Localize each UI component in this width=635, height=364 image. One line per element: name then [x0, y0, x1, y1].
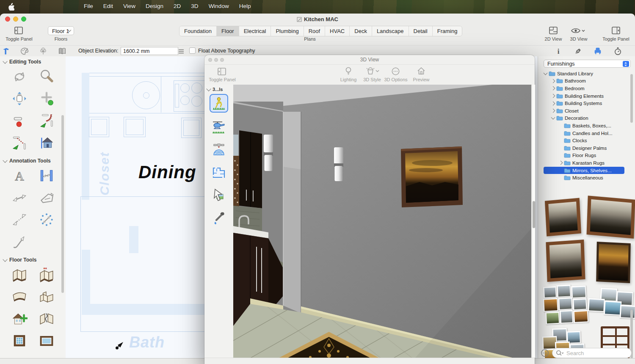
chevron-right-icon[interactable]	[551, 94, 555, 98]
3d-options-button[interactable]	[391, 67, 400, 77]
plan-tab-electrical[interactable]: Electrical	[239, 26, 271, 36]
library-thumbnail-framed-picture-small[interactable]	[545, 198, 581, 236]
chevron-right-icon[interactable]	[551, 101, 555, 105]
menu-item-window[interactable]: Window	[204, 0, 234, 13]
library-category-select[interactable]: Furnishings	[544, 60, 631, 68]
3d-style-button[interactable]	[365, 66, 380, 77]
leader-arrow-tool[interactable]	[11, 233, 28, 250]
stepper-icon[interactable]	[623, 61, 629, 67]
object-elevation-input[interactable]	[121, 47, 178, 55]
3d-vertical-scrollbar[interactable]	[532, 85, 535, 358]
palette-scrollbar[interactable]	[61, 115, 64, 293]
minimize-button[interactable]	[214, 58, 218, 62]
library-tree-item-standard-library[interactable]: Standard Library	[538, 70, 635, 77]
library-tree-item-candles-and-hol[interactable]: Candles and Hol...	[538, 130, 635, 137]
library-tree-item-karastan-rugs[interactable]: Karastan Rugs	[538, 159, 635, 167]
library-tree-item-decoration[interactable]: Decoration	[538, 115, 635, 122]
segment-dimension-tool[interactable]	[11, 211, 28, 228]
walkthrough-tool[interactable]	[210, 94, 228, 113]
apple-logo-icon[interactable]	[8, 3, 14, 11]
library-pen-tab[interactable]	[574, 47, 582, 57]
toggle-panel-left-button[interactable]	[14, 26, 23, 36]
area-dimension-tool[interactable]	[38, 189, 55, 206]
section-floor-tools[interactable]: Floor Tools	[0, 254, 66, 264]
radial-dimension-tool[interactable]	[38, 211, 55, 228]
plan-tab-deck[interactable]: Deck	[350, 26, 372, 36]
add-object-tool[interactable]	[38, 90, 55, 107]
library-thumbnail-photo-collage-grid[interactable]	[542, 284, 589, 327]
menu-item-view[interactable]: View	[118, 0, 141, 13]
library-tree-item-clocks[interactable]: Clocks	[538, 137, 635, 144]
menu-item-design[interactable]: Design	[141, 0, 168, 13]
window-grid-tool[interactable]	[11, 332, 28, 349]
elevation-menu-icon[interactable]	[178, 48, 184, 56]
pan-tool[interactable]	[11, 90, 28, 107]
plan-tab-foundation[interactable]: Foundation	[179, 26, 217, 36]
house-reference-tool[interactable]	[38, 134, 55, 151]
zoom-button[interactable]	[220, 58, 224, 62]
3d-window-titlebar[interactable]: 3D View	[204, 55, 535, 65]
window-tool[interactable]	[38, 332, 55, 349]
tree-scrollbar[interactable]	[630, 74, 633, 123]
library-tree-item-bathroom[interactable]: Bathroom	[538, 77, 635, 85]
curved-wall-tool[interactable]	[11, 288, 28, 305]
preview-button[interactable]	[417, 66, 426, 77]
library-furnishings-tab[interactable]	[594, 47, 602, 57]
line-edit-tool[interactable]	[11, 134, 28, 151]
select-view-tool[interactable]	[210, 186, 228, 205]
plan-tab-hvac[interactable]: HVAC	[325, 26, 350, 36]
materials-palette-tab[interactable]	[20, 47, 29, 57]
plan-view-tool[interactable]	[210, 163, 228, 182]
lighting-button[interactable]	[344, 66, 353, 77]
close-button[interactable]	[208, 58, 212, 62]
3d-view-button[interactable]	[571, 27, 585, 36]
zoom-tool[interactable]	[38, 68, 55, 85]
menu-item-file[interactable]: File	[79, 0, 98, 13]
plan-tab-detail[interactable]: Detail	[409, 26, 433, 36]
search-input[interactable]	[566, 350, 618, 357]
library-info-tab[interactable]: i	[555, 47, 562, 57]
library-thumbnail-framed-picture-square[interactable]	[546, 240, 585, 282]
menu-item-edit[interactable]: Edit	[98, 0, 118, 13]
library-recent-tab[interactable]	[614, 47, 622, 57]
chevron-right-icon[interactable]	[551, 79, 555, 83]
3d-tools-section[interactable]: 3...ls	[207, 87, 223, 92]
add-floor-tool[interactable]	[11, 310, 28, 327]
walls-tool[interactable]	[11, 266, 28, 283]
dimension-tool[interactable]	[11, 189, 28, 206]
break-wall-tool[interactable]	[38, 310, 55, 327]
library-tree-item-miscellaneous[interactable]: Miscellaneous	[538, 174, 635, 182]
search-field[interactable]	[552, 348, 632, 358]
library-tree-item-designer-palms[interactable]: Designer Palms	[538, 144, 635, 152]
chevron-right-icon[interactable]	[559, 161, 563, 165]
library-tree-item-mirrors-shelves[interactable]: Mirrors, Shelves...	[538, 167, 635, 174]
2d-view-button[interactable]	[549, 26, 558, 36]
library-tree-item-bedroom[interactable]: Bedroom	[538, 85, 635, 92]
3d-toggle-panel-button[interactable]	[217, 67, 226, 77]
float-above-topography-checkbox[interactable]	[189, 47, 196, 54]
interior-dimension-tool[interactable]	[38, 167, 55, 184]
menu-item-3d[interactable]: 3D	[186, 0, 203, 13]
library-tree-item-baskets-boxes[interactable]: Baskets, Boxes,...	[538, 122, 635, 130]
build-tools-tab[interactable]	[2, 47, 10, 57]
chevron-right-icon[interactable]	[551, 109, 555, 113]
plan-tab-landscape[interactable]: Landscape	[372, 26, 409, 36]
more-options-button[interactable]	[541, 349, 549, 357]
rotate-tool[interactable]	[11, 68, 28, 85]
curve-edit-tool[interactable]	[38, 112, 55, 129]
plan-tab-roof[interactable]: Roof	[304, 26, 325, 36]
library-tree-item-building-elements[interactable]: Building Elements	[538, 92, 635, 100]
chevron-right-icon[interactable]	[551, 86, 555, 91]
flyover-tool[interactable]	[210, 118, 228, 136]
chevron-down-icon[interactable]	[551, 116, 555, 120]
menu-item-help[interactable]: Help	[234, 0, 256, 13]
library-thumbnail-framed-picture-wide[interactable]	[587, 196, 635, 239]
library-book-tab[interactable]	[58, 47, 66, 57]
section-annotation-tools[interactable]: Annotation Tools	[0, 155, 66, 165]
library-thumbnail-framed-picture-dark[interactable]	[596, 242, 631, 283]
text-tool[interactable]: A	[11, 167, 28, 184]
plan-tab-plumbing[interactable]: Plumbing	[271, 26, 304, 36]
plan-tab-framing[interactable]: Framing	[433, 26, 462, 36]
library-tree-item-building-systems[interactable]: Building Systems	[538, 99, 635, 107]
3d-viewport[interactable]	[233, 85, 531, 358]
